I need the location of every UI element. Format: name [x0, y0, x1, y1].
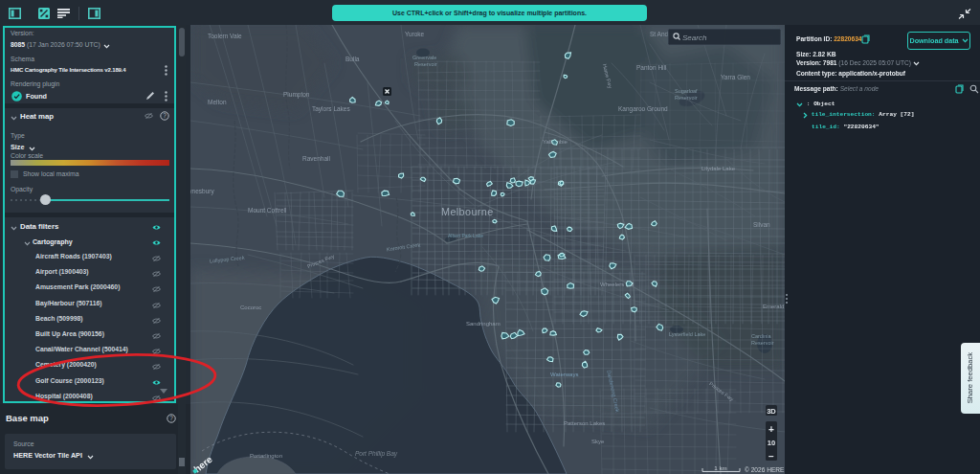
svg-text:Plumpton: Plumpton — [283, 91, 310, 99]
svg-text:3D: 3D — [767, 407, 776, 416]
svg-text:Lilydale Lake: Lilydale Lake — [702, 166, 736, 171]
svg-text:Lysterfield Lake: Lysterfield Lake — [669, 331, 705, 337]
svg-text:?: ? — [169, 415, 173, 421]
svg-text:Kangaroo Ground: Kangaroo Ground — [618, 105, 668, 113]
svg-text:Greenvale: Greenvale — [412, 55, 436, 60]
svg-text:10: 10 — [768, 439, 775, 447]
svg-text:Sugarloaf: Sugarloaf — [675, 88, 698, 94]
svg-text:Toolern Vale: Toolern Vale — [208, 33, 242, 39]
svg-text:Bulla: Bulla — [345, 56, 360, 62]
svg-text:Ravenhall: Ravenhall — [302, 155, 330, 162]
svg-text:Mount Cottrell: Mount Cottrell — [248, 207, 287, 214]
svg-text:Reservoir: Reservoir — [675, 95, 698, 101]
svg-text:−: − — [768, 451, 774, 462]
svg-text:?: ? — [163, 112, 167, 119]
svg-text:Albert Park Lake: Albert Park Lake — [448, 233, 483, 238]
svg-text:Yuroke: Yuroke — [405, 31, 425, 37]
svg-text:Sandringham: Sandringham — [466, 321, 501, 327]
svg-text:Melbourne: Melbourne — [441, 206, 494, 217]
svg-text:Yarra Glen: Yarra Glen — [721, 74, 750, 80]
svg-text:Silvan: Silvan — [753, 221, 770, 228]
svg-text:Cocoroc: Cocoroc — [240, 305, 261, 310]
svg-text:Waterways: Waterways — [550, 372, 578, 377]
svg-text:© 2026 HERE: © 2026 HERE — [745, 466, 785, 473]
svg-text:Patterson Lakes: Patterson Lakes — [564, 420, 605, 426]
svg-text:Emerald: Emerald — [763, 304, 784, 309]
svg-text:Port Phillip Bay: Port Phillip Bay — [355, 450, 398, 458]
svg-text:Search: Search — [682, 34, 707, 42]
svg-text:Panton Hill: Panton Hill — [636, 64, 667, 71]
svg-text:Reservoir: Reservoir — [414, 61, 437, 67]
svg-text:Taylors Lakes: Taylors Lakes — [312, 105, 350, 113]
svg-text:Skye: Skye — [591, 439, 605, 444]
svg-text:Reservoir: Reservoir — [751, 340, 774, 346]
svg-text:Cardinia: Cardinia — [751, 333, 771, 339]
svg-text:Portarlington: Portarlington — [250, 453, 282, 459]
svg-text:+: + — [768, 424, 774, 435]
svg-text:Eynesbury: Eynesbury — [190, 188, 214, 195]
svg-text:Melton: Melton — [208, 99, 227, 105]
svg-text:1 km: 1 km — [714, 464, 726, 471]
